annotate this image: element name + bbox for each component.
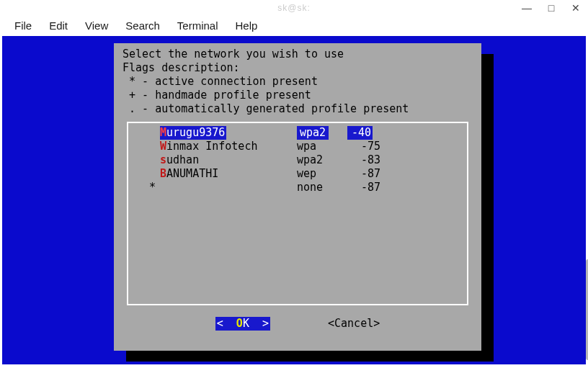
network-signal: -40 [347,126,373,140]
network-signal: -83 [347,153,380,167]
network-security: wpa [297,140,347,153]
maximize-button[interactable]: □ [539,0,564,16]
network-security: none [297,181,347,194]
menu-help[interactable]: Help [227,17,267,35]
network-row[interactable]: BANUMATHIwep-87 [135,167,460,181]
network-name: sudhan [160,153,297,167]
network-flag [135,167,160,181]
dialog-header-3: * - active connection present [122,75,473,89]
menu-search[interactable]: Search [117,17,169,35]
dialog-buttons: < OK > <Cancel> [122,317,473,331]
network-name: Murugu9376 [160,126,226,140]
menu-bar: File Edit View Search Terminal Help [0,16,588,35]
dialog-header-1: Select the network you wish to use [122,48,473,61]
minimize-button[interactable]: — [514,0,539,16]
dialog-header-5: . - automatically generated profile pres… [122,102,473,116]
network-security: wep [297,167,347,181]
network-row[interactable]: Winmax Infotechwpa-75 [135,140,460,153]
window-controls: — □ ✕ [514,0,588,16]
window-titlebar: sk@sk: — □ ✕ [0,0,588,16]
network-list[interactable]: Murugu9376wpa2-40Winmax Infotechwpa-75su… [127,122,468,305]
network-row[interactable]: sudhanwpa2-83 [135,153,460,167]
close-button[interactable]: ✕ [564,0,588,16]
network-security: wpa2 [297,153,347,167]
network-flag [135,126,160,140]
network-signal: -87 [347,181,380,194]
menu-edit[interactable]: Edit [40,17,76,35]
window-title: sk@sk: [277,3,311,13]
network-name: Winmax Infotech [160,140,297,153]
network-signal: -87 [347,167,380,181]
menu-terminal[interactable]: Terminal [169,17,227,35]
network-flag: * [135,181,160,194]
menu-view[interactable]: View [76,17,117,35]
ok-button[interactable]: < OK > [215,317,270,331]
dialog-header-2: Flags description: [122,61,473,75]
network-flag [135,140,160,153]
menu-file[interactable]: File [6,17,40,35]
network-row[interactable]: *none-87 [135,181,460,194]
network-security: wpa2 [297,126,329,140]
ok-hotkey: O [236,317,243,330]
network-row[interactable]: Murugu9376wpa2-40 [135,126,460,140]
network-name: BANUMATHI [160,167,297,181]
network-select-dialog: Select the network you wish to use Flags… [114,43,481,351]
network-signal: -75 [347,140,380,153]
cancel-button[interactable]: <Cancel> [328,317,380,331]
network-flag [135,153,160,167]
dialog-header-4: + - handmade profile present [122,89,473,102]
